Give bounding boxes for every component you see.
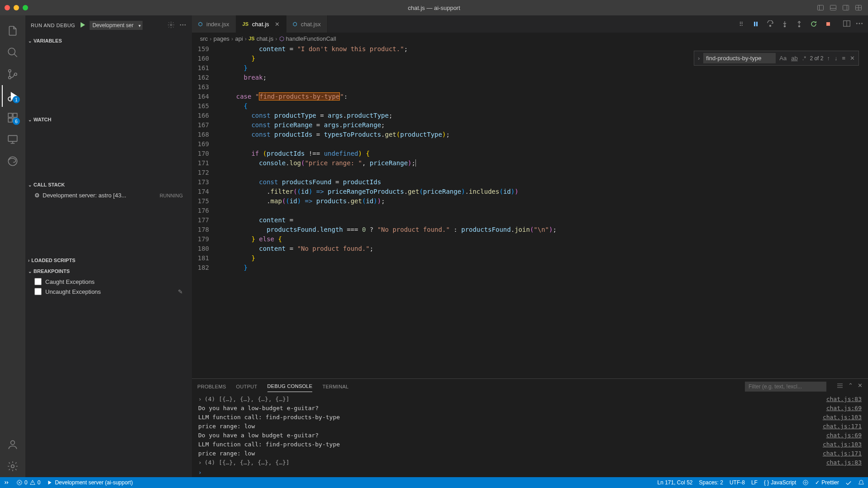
eol[interactable]: LF (751, 479, 758, 486)
find-prev-icon[interactable]: ↑ (826, 54, 831, 62)
restart-button[interactable] (808, 19, 819, 29)
expand-icon[interactable]: › (198, 458, 202, 467)
drag-handle-icon[interactable]: ⠿ (736, 19, 747, 29)
maximize-window-button[interactable] (23, 5, 28, 10)
errors-warnings[interactable]: 0 0 (16, 479, 40, 486)
close-tab-icon[interactable]: ✕ (275, 21, 280, 28)
breadcrumb-item[interactable]: handleFunctionCall (286, 35, 336, 42)
regex-icon[interactable]: .* (801, 54, 807, 62)
start-debug-button[interactable] (79, 21, 86, 29)
panel-filter-input[interactable] (745, 382, 826, 392)
breadcrumb-item[interactable]: chat.js (257, 35, 274, 42)
encoding[interactable]: UTF-8 (730, 479, 745, 486)
variables-section-header[interactable]: ⌄VARIABLES (25, 35, 192, 46)
layout-icon[interactable] (854, 3, 863, 13)
tab-chat-jsx[interactable]: ⬡chat.jsx (286, 15, 328, 33)
terminal-tab[interactable]: TERMINAL (322, 381, 348, 392)
source-control-icon[interactable] (2, 63, 24, 85)
panel-left-icon[interactable] (816, 3, 825, 13)
cursor-position[interactable]: Ln 171, Col 52 (657, 479, 692, 486)
pause-button[interactable] (750, 19, 761, 29)
settings-gear-icon[interactable] (2, 455, 24, 477)
breakpoints-section-header[interactable]: ⌄BREAKPOINTS (25, 266, 192, 277)
notifications-icon[interactable] (858, 479, 864, 486)
indentation[interactable]: Spaces: 2 (699, 479, 723, 486)
debug-console-tab[interactable]: DEBUG CONSOLE (267, 381, 313, 392)
console-source[interactable]: chat.js:103 (823, 413, 862, 422)
panel-maximize-icon[interactable]: ⌃ (848, 382, 853, 391)
split-editor-icon[interactable] (843, 19, 851, 29)
console-source[interactable]: chat.js:69 (826, 404, 862, 413)
match-case-icon[interactable]: Aa (778, 54, 787, 62)
clear-console-icon[interactable] (836, 382, 844, 391)
tabnine-icon[interactable] (802, 479, 809, 486)
run-debug-icon[interactable]: 1 (2, 85, 24, 107)
debug-target[interactable]: Development server (ai-support) (47, 479, 133, 486)
callstack-section-header[interactable]: ⌄CALL STACK (25, 179, 192, 190)
more-actions-icon[interactable] (855, 19, 863, 29)
minimize-window-button[interactable] (14, 5, 19, 10)
close-window-button[interactable] (5, 5, 10, 10)
watch-section-header[interactable]: ⌄WATCH (25, 114, 192, 125)
debug-console-output[interactable]: ›(4) [{…}, {…}, {…}, {…}]chat.js:83 Do y… (192, 394, 868, 477)
edit-icon[interactable]: ✎ (178, 288, 183, 295)
extensions-icon[interactable]: 6 (2, 107, 24, 129)
breadcrumb[interactable]: src› pages› api› JSchat.js› ⬡handleFunct… (192, 33, 868, 44)
settings-icon[interactable] (167, 21, 175, 29)
watch-label: WATCH (33, 117, 52, 122)
svg-point-12 (9, 77, 11, 79)
console-source[interactable]: chat.js:69 (826, 431, 862, 440)
callstack-item[interactable]: ⚙ Development server: astro [43... RUNNI… (25, 190, 192, 201)
console-prompt[interactable]: › (198, 467, 862, 477)
breadcrumb-item[interactable]: src (200, 35, 208, 42)
find-close-icon[interactable]: ✕ (849, 54, 856, 62)
step-into-button[interactable] (779, 19, 790, 29)
code-editor[interactable]: 159 content = "I don't know this product… (192, 44, 868, 378)
step-out-button[interactable] (794, 19, 805, 29)
search-icon[interactable] (2, 42, 24, 63)
explorer-icon[interactable] (2, 20, 24, 42)
svg-point-27 (182, 24, 184, 26)
svg-point-32 (784, 26, 786, 27)
console-line: LLM function call: find-products-by-type (198, 413, 823, 422)
breakpoint-uncaught[interactable]: Uncaught Exceptions ✎ (25, 287, 192, 297)
remote-icon[interactable] (2, 129, 24, 150)
find-next-icon[interactable]: ↓ (834, 54, 839, 62)
breakpoint-caught[interactable]: Caught Exceptions (25, 277, 192, 287)
edge-icon[interactable] (2, 150, 24, 172)
uncaught-exceptions-checkbox[interactable] (34, 288, 42, 295)
output-tab[interactable]: OUTPUT (236, 381, 258, 392)
svg-rect-0 (818, 5, 824, 10)
more-icon[interactable] (179, 21, 186, 29)
console-source[interactable]: chat.js:103 (823, 440, 862, 449)
loadedscripts-section-header[interactable]: ›LOADED SCRIPTS (25, 255, 192, 266)
console-source[interactable]: chat.js:83 (826, 395, 862, 404)
feedback-icon[interactable] (845, 479, 852, 486)
tab-index-jsx[interactable]: ⬡index.jsx (192, 15, 236, 33)
problems-tab[interactable]: PROBLEMS (197, 381, 226, 392)
find-input[interactable] (703, 53, 776, 63)
panel-close-icon[interactable]: ✕ (858, 382, 863, 391)
expand-icon[interactable]: › (198, 395, 202, 404)
remote-indicator[interactable] (4, 479, 10, 486)
panel-bottom-icon[interactable] (828, 3, 838, 13)
svg-point-23 (11, 440, 15, 445)
language-mode[interactable]: { } JavaScript (764, 479, 796, 486)
tab-chat-js[interactable]: JSchat.js✕ (236, 15, 286, 33)
find-toggle-icon[interactable]: › (697, 54, 701, 62)
panel-right-icon[interactable] (841, 3, 851, 13)
debug-config-select[interactable]: Development ser (90, 21, 143, 30)
step-over-button[interactable] (765, 19, 776, 29)
breadcrumb-item[interactable]: pages (214, 35, 229, 42)
account-icon[interactable] (2, 434, 24, 455)
prettier-status[interactable]: ✓ Prettier (815, 479, 839, 486)
caught-exceptions-checkbox[interactable] (34, 278, 42, 285)
find-selection-icon[interactable]: ≡ (841, 54, 846, 62)
console-source[interactable]: chat.js:171 (823, 422, 862, 431)
titlebar: chat.js — ai-support (0, 0, 868, 15)
console-source[interactable]: chat.js:83 (826, 458, 862, 467)
console-source[interactable]: chat.js:171 (823, 449, 862, 458)
stop-button[interactable] (823, 19, 834, 29)
match-word-icon[interactable]: ab (790, 54, 798, 62)
breadcrumb-item[interactable]: api (235, 35, 243, 42)
